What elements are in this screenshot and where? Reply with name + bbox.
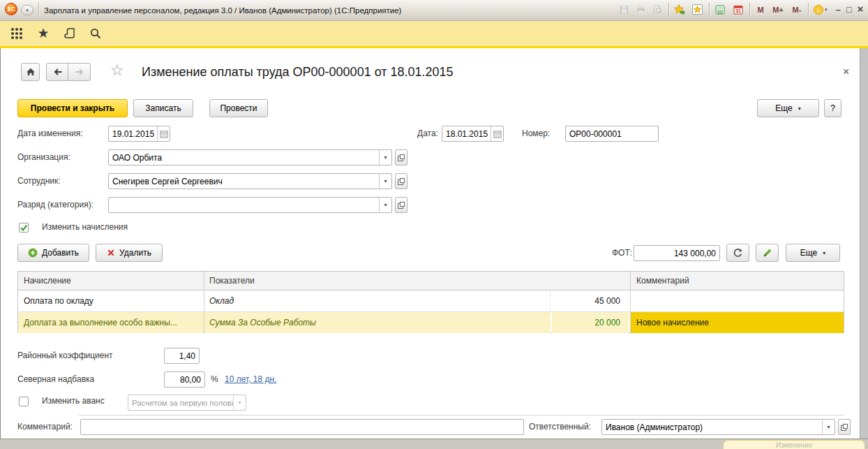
more-button-table[interactable]: Еще▾ <box>786 244 840 262</box>
window-title: Зарплата и управление персоналом, редакц… <box>44 3 401 18</box>
favorite-toggle-icon[interactable]: ☆ <box>110 61 124 80</box>
post-and-close-button[interactable]: Провести и закрыть <box>17 99 128 117</box>
write-button[interactable]: Записать <box>133 99 193 117</box>
number-input[interactable]: ОР00-000001 <box>565 126 659 142</box>
favorites-star-icon[interactable]: ★ <box>36 26 50 41</box>
add-row-label: Добавить <box>42 248 79 258</box>
help-button[interactable]: ? <box>824 99 841 117</box>
close-button[interactable]: × <box>855 3 865 15</box>
titlebar-separator <box>668 3 669 17</box>
grade-select[interactable]: ▾ <box>108 197 392 213</box>
date-value: 18.01.2015 <box>442 129 491 139</box>
column-divider <box>204 272 204 334</box>
add-to-favorites-icon[interactable] <box>673 3 687 16</box>
calendar-picker-icon[interactable] <box>491 126 503 141</box>
north-experience-link[interactable]: 10 лет, 18 дн. <box>225 371 276 388</box>
cell-indicator[interactable]: Сумма За Особые Работы <box>209 312 316 334</box>
date-label: Дата: <box>417 126 438 142</box>
chevron-down-icon[interactable]: ▾ <box>822 420 835 434</box>
delete-row-button[interactable]: Удалить <box>96 244 163 262</box>
edit-fot-button[interactable] <box>756 244 779 262</box>
column-header-comment[interactable]: Комментарий <box>636 272 689 290</box>
back-button[interactable] <box>46 63 69 81</box>
help-label: ? <box>830 103 835 113</box>
history-icon[interactable] <box>63 27 77 41</box>
cell-comment[interactable]: Новое начисление <box>636 312 709 334</box>
maximize-button[interactable]: □ <box>844 3 854 15</box>
vertical-scrollbar[interactable] <box>860 48 868 439</box>
calendar-icon[interactable]: 31 <box>731 3 744 16</box>
column-header-accrual[interactable]: Начисление <box>24 272 71 290</box>
cell-value[interactable]: 20 000 <box>552 312 620 334</box>
m-minus-button[interactable]: M- <box>788 4 805 16</box>
home-button[interactable] <box>21 63 40 81</box>
calculator-icon[interactable] <box>713 3 726 16</box>
form-close-icon[interactable]: × <box>843 66 849 78</box>
cell-value[interactable]: 45 000 <box>506 290 620 312</box>
checkmark-icon <box>20 223 28 233</box>
page-title: Изменение оплаты труда ОР00-000001 от 18… <box>142 63 454 81</box>
cell-indicator[interactable]: Оклад <box>209 290 234 312</box>
responsible-open-button[interactable] <box>838 419 851 435</box>
responsible-label: Ответственный: <box>529 419 591 435</box>
search-icon[interactable] <box>89 27 103 41</box>
district-coefficient-input[interactable]: 1,40 <box>164 348 200 364</box>
more-button-top[interactable]: Еще▾ <box>757 99 819 117</box>
fot-input[interactable]: 143 000,00 <box>634 245 720 261</box>
grade-open-button[interactable] <box>395 197 407 213</box>
calendar-picker-icon[interactable] <box>157 126 170 141</box>
employee-select[interactable]: Снегирев Сергей Сергеевич ▾ <box>108 173 392 189</box>
cell-accrual[interactable]: Доплата за выполнение особо важны... <box>24 312 177 334</box>
post-button[interactable]: Провести <box>209 99 268 117</box>
add-row-button[interactable]: Добавить <box>17 244 89 262</box>
titlebar-separator <box>749 3 750 17</box>
forward-button[interactable] <box>68 63 91 81</box>
post-label: Провести <box>220 103 257 113</box>
m-plus-button[interactable]: M+ <box>770 4 786 16</box>
chevron-down-icon[interactable]: ▾ <box>379 150 391 165</box>
application-window: 1С ▾ Зарплата и управление персоналом, р… <box>0 0 868 449</box>
comment-input[interactable] <box>80 419 524 435</box>
table-row[interactable]: Оплата по окладу Оклад 45 000 <box>18 290 844 312</box>
refresh-icon <box>733 248 743 258</box>
responsible-value: Иванов (Администратор) <box>602 422 822 432</box>
change-date-value: 19.01.2015 <box>109 129 157 139</box>
print-icon[interactable] <box>635 3 647 15</box>
organization-open-button[interactable] <box>395 149 407 165</box>
section-divider <box>79 415 844 415</box>
system-menu-button[interactable]: ▾ <box>21 5 33 15</box>
chevron-down-icon[interactable]: ▾ <box>379 174 391 189</box>
tooltip-text: Изменение <box>776 441 812 449</box>
date-input[interactable]: 18.01.2015 <box>442 126 504 142</box>
main-menu-icon[interactable] <box>9 27 24 41</box>
window-titlebar: 1С ▾ Зарплата и управление персоналом, р… <box>0 0 868 21</box>
save-icon[interactable] <box>618 3 630 15</box>
percent-sign: % <box>211 371 218 388</box>
refresh-fot-button[interactable] <box>726 244 749 262</box>
info-icon[interactable]: i <box>812 3 825 16</box>
north-bonus-input[interactable]: 80,00 <box>164 371 205 388</box>
cell-accrual[interactable]: Оплата по окладу <box>24 290 93 312</box>
employee-open-button[interactable] <box>395 173 407 189</box>
employee-label: Сотрудник: <box>17 173 61 189</box>
table-row[interactable]: Доплата за выполнение особо важны... Сум… <box>18 312 844 334</box>
change-advance-checkbox[interactable] <box>19 397 29 406</box>
organization-value: ОАО Орбита <box>109 153 379 163</box>
chevron-down-icon: ▾ <box>823 250 825 256</box>
column-header-indicators[interactable]: Показатели <box>209 272 255 290</box>
change-date-input[interactable]: 19.01.2015 <box>108 126 170 142</box>
fot-label: ФОТ: <box>612 245 632 261</box>
delete-x-icon <box>107 249 115 257</box>
advance-method-value: Расчетом за первую половину меся <box>128 399 233 407</box>
print-preview-icon[interactable] <box>652 3 664 15</box>
m-button[interactable]: M <box>755 4 766 16</box>
organization-select[interactable]: ОАО Орбита ▾ <box>108 149 392 165</box>
minimize-button[interactable]: – <box>833 3 843 15</box>
responsible-select[interactable]: Иванов (Администратор) ▾ <box>601 419 835 435</box>
info-dropdown-icon[interactable]: ▾ <box>825 7 828 13</box>
accruals-table: Начисление Показатели Комментарий Оплата… <box>17 271 844 333</box>
change-accruals-checkbox[interactable] <box>19 223 29 233</box>
chevron-down-icon[interactable]: ▾ <box>379 198 391 212</box>
favorites-icon[interactable] <box>691 3 704 16</box>
post-and-close-label: Провести и закрыть <box>31 103 114 113</box>
